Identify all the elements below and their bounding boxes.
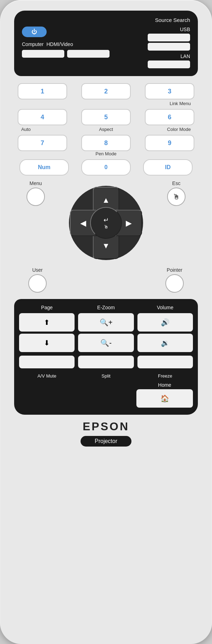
num-row-2: 4 5 6: [18, 109, 194, 125]
pointer-col: Pointer: [165, 267, 184, 293]
brand-section: EPSON Projector: [81, 420, 131, 447]
volume-down-button[interactable]: 🔉: [137, 334, 193, 352]
pen-mode-label: Pen Mode: [95, 151, 116, 156]
numeric-section: 1 2 3 Link Menu 4 5 6 Auto Aspect Color …: [14, 76, 198, 177]
num-1-button[interactable]: 1: [18, 83, 67, 99]
zoom-out-icon: 🔍-: [100, 339, 112, 347]
esc-label: Esc: [172, 180, 180, 186]
split-label: Split: [78, 373, 134, 379]
freeze-label: Freeze: [137, 373, 193, 379]
page-down-icon: ⬇: [44, 339, 50, 347]
bottom-section: Page ⬆ ⬇ E-Zoom 🔍+ 🔍- Volume: [14, 299, 198, 415]
page-up-button[interactable]: ⬆: [19, 313, 75, 332]
label-row-123: Link Menu: [18, 101, 194, 106]
brand-name: EPSON: [83, 420, 129, 433]
remote-control: Source Search ⏻ Computer HDMI/Video USB: [0, 0, 212, 644]
hdmi-label: HDMI/Video: [46, 41, 73, 47]
right-arrow-icon: ▶: [126, 218, 132, 228]
down-arrow-icon: ▼: [102, 241, 110, 251]
power-icon: ⏻: [31, 29, 37, 35]
link-menu-label: Link Menu: [141, 101, 191, 106]
user-col: User: [28, 267, 47, 293]
dpad-wrapper: ▲ ▼ ◀ ▶ ↵ 🖱: [67, 184, 145, 262]
num-row-3: 7 8 9: [18, 135, 194, 151]
home-row: Home 🏠: [19, 382, 193, 408]
volume-up-icon: 🔊: [161, 318, 170, 327]
page-up-icon: ⬆: [44, 318, 50, 327]
usb-button[interactable]: [148, 43, 190, 51]
page-group-title: Page: [19, 305, 75, 310]
home-group: Home 🏠: [136, 382, 193, 408]
source-search-button[interactable]: [148, 34, 190, 41]
auto-label: Auto: [21, 127, 71, 132]
computer-label: Computer: [22, 41, 43, 47]
num-key-button[interactable]: Num: [19, 159, 69, 176]
home-label: Home: [158, 382, 171, 388]
pointer-button[interactable]: [165, 274, 184, 293]
menu-button[interactable]: [26, 188, 45, 206]
num-2-button[interactable]: 2: [81, 83, 131, 99]
left-arrow-icon: ◀: [80, 218, 86, 228]
menu-col: Menu: [26, 180, 45, 206]
dpad-enter-button[interactable]: ↵ 🖱: [90, 207, 122, 239]
ezoom-group-title: E-Zoom: [78, 305, 134, 310]
color-mode-label: Color Mode: [141, 127, 191, 132]
home-button[interactable]: 🏠: [136, 389, 193, 408]
brand-sub: Projector: [81, 436, 131, 447]
pointer-label: Pointer: [167, 267, 182, 273]
zoom-in-icon: 🔍+: [100, 318, 113, 327]
special-row: Num 0 ID: [18, 159, 194, 176]
av-mute-label: A/V Mute: [19, 373, 75, 379]
page-group: Page ⬆ ⬇: [19, 305, 75, 352]
aspect-label: Aspect: [81, 127, 131, 132]
num-3-button[interactable]: 3: [145, 83, 194, 99]
volume-down-icon: 🔉: [161, 339, 170, 347]
num-6-button[interactable]: 6: [145, 109, 194, 125]
utility-row: [19, 356, 193, 368]
esc-button[interactable]: 🖱: [167, 188, 186, 206]
hdmi-button[interactable]: [67, 50, 110, 58]
esc-icon: 🖱: [173, 193, 180, 201]
label-row-456: Auto Aspect Color Mode: [18, 127, 194, 132]
top-section: Source Search ⏻ Computer HDMI/Video USB: [14, 11, 198, 76]
power-button[interactable]: ⏻: [22, 27, 47, 37]
num-9-button[interactable]: 9: [145, 135, 194, 151]
pen-mode-label-container: Pen Mode: [18, 151, 194, 156]
lan-label: LAN: [181, 53, 190, 59]
enter-icon: ↵: [104, 216, 109, 224]
lan-button[interactable]: [148, 61, 190, 68]
user-button[interactable]: [28, 274, 47, 293]
freeze-button[interactable]: [137, 356, 193, 368]
ezoom-in-button[interactable]: 🔍+: [78, 313, 134, 332]
num-5-button[interactable]: 5: [81, 109, 131, 125]
num-4-button[interactable]: 4: [18, 109, 67, 125]
num-7-button[interactable]: 7: [18, 135, 67, 151]
menu-label: Menu: [29, 180, 42, 186]
volume-group-title: Volume: [137, 305, 193, 310]
num-8-button[interactable]: 8: [81, 135, 131, 151]
ezoom-out-button[interactable]: 🔍-: [78, 334, 134, 352]
esc-col: Esc 🖱: [167, 180, 186, 206]
mouse-icon: 🖱: [104, 224, 108, 230]
num-row-1: 1 2 3: [18, 83, 194, 99]
usb-label: USB: [180, 27, 190, 32]
id-button[interactable]: ID: [143, 159, 193, 176]
volume-group: Volume 🔊 🔉: [137, 305, 193, 352]
av-mute-button[interactable]: [19, 356, 75, 368]
ezoom-group: E-Zoom 🔍+ 🔍-: [78, 305, 134, 352]
computer-button[interactable]: [22, 50, 64, 58]
func-groups: Page ⬆ ⬇ E-Zoom 🔍+ 🔍- Volume: [19, 305, 193, 352]
user-pointer-row: User Pointer: [21, 267, 191, 293]
page-down-button[interactable]: ⬇: [19, 334, 75, 352]
home-icon: 🏠: [160, 395, 169, 402]
source-search-label: Source Search: [155, 17, 190, 23]
utility-labels-row: A/V Mute Split Freeze: [19, 373, 193, 379]
volume-up-button[interactable]: 🔊: [137, 313, 193, 332]
split-button[interactable]: [78, 356, 134, 368]
source-search-row: Source Search: [22, 17, 190, 23]
user-label: User: [32, 267, 43, 273]
num-0-button[interactable]: 0: [81, 159, 131, 176]
up-arrow-icon: ▲: [102, 196, 110, 205]
